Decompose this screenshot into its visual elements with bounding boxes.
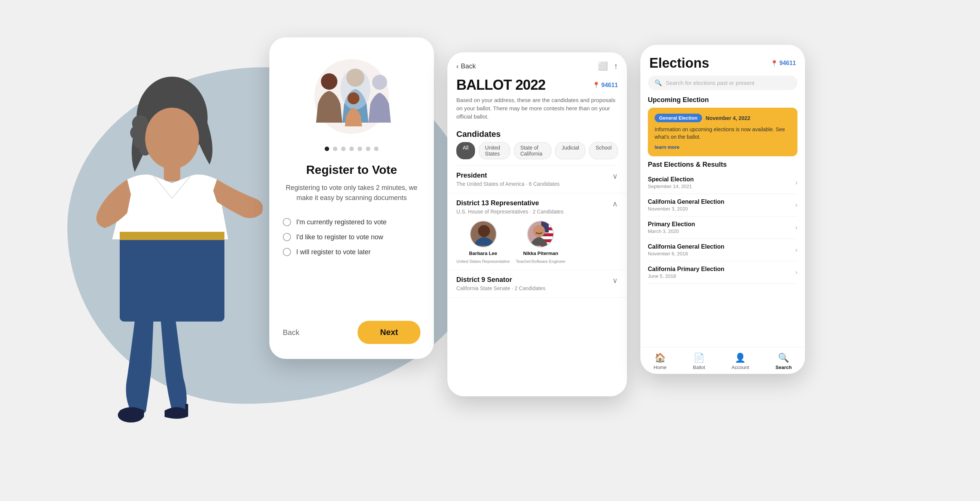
back-button[interactable]: Back xyxy=(283,328,299,337)
phone-elections: Elections 📍 94611 🔍 Search for elections… xyxy=(640,45,805,374)
ballot-description: Based on your address, these are the can… xyxy=(447,96,627,126)
scene: Register to Vote Registering to vote onl… xyxy=(0,0,980,501)
dot-7 xyxy=(374,146,379,151)
dot-6 xyxy=(366,146,370,151)
filter-chips: All United States State of California Ju… xyxy=(447,142,627,165)
election-item-ca-general-2018-chevron-icon: › xyxy=(795,246,797,254)
election-item-ca-general-2020-info: California General Election November 3, … xyxy=(648,199,724,212)
bottom-nav: 🏠 Home 📄 Ballot 👤 Account 🔍 Search xyxy=(640,347,805,374)
president-race-name: President xyxy=(457,172,560,180)
register-title: Register to Vote xyxy=(306,163,397,177)
ballot-back-button[interactable]: ‹ Back xyxy=(457,62,476,70)
nikka-piterman-avatar xyxy=(527,221,554,248)
dot-4 xyxy=(349,146,354,151)
election-item-special-chevron-icon: › xyxy=(795,179,797,186)
nav-search[interactable]: 🔍 Search xyxy=(775,353,791,370)
chip-united-states[interactable]: United States xyxy=(479,142,510,159)
svg-point-12 xyxy=(321,73,337,90)
radio-options: I'm currently registered to vote I'd lik… xyxy=(283,218,420,256)
calendar-icon[interactable]: ⬜ xyxy=(598,61,608,71)
chip-judicial[interactable]: Judicial xyxy=(555,142,585,159)
nav-ballot[interactable]: 📄 Ballot xyxy=(693,353,705,370)
candidates-section-title: Candidates xyxy=(447,126,627,142)
election-item-ca-primary-2018[interactable]: California Primary Election June 5, 2018… xyxy=(648,261,797,284)
race-district9-header: District 9 Senator California State Sena… xyxy=(457,276,618,291)
elections-search-bar[interactable]: 🔍 Search for elections past or present xyxy=(648,76,797,90)
elections-location: 📍 94611 xyxy=(770,60,796,67)
dot-1 xyxy=(325,146,329,151)
upcoming-election-date: November 4, 2022 xyxy=(706,115,750,121)
phone-register: Register to Vote Registering to vote onl… xyxy=(269,37,434,359)
account-icon: 👤 xyxy=(735,353,746,363)
district9-race-name: District 9 Senator xyxy=(457,276,546,284)
election-item-primary-2020-info: Primary Election March 3, 2020 xyxy=(648,221,695,234)
nikka-piterman-name: Nikka Piterman xyxy=(523,250,558,256)
register-subtitle: Registering to vote only takes 2 minutes… xyxy=(283,183,420,203)
search-placeholder: Search for elections past or present xyxy=(666,80,754,86)
phones-container: Register to Vote Registering to vote onl… xyxy=(269,37,805,396)
past-elections-section: Past Elections & Results Special Electio… xyxy=(640,161,805,347)
nav-account[interactable]: 👤 Account xyxy=(732,353,749,370)
radio-circle-1 xyxy=(283,218,291,226)
dot-5 xyxy=(358,146,362,151)
upcoming-label: Upcoming Election xyxy=(648,96,797,104)
race-district9[interactable]: District 9 Senator California State Sena… xyxy=(447,270,627,297)
elections-location-pin-icon: 📍 xyxy=(770,60,778,67)
district9-chevron-icon: ∨ xyxy=(612,276,618,285)
election-item-ca-primary-2018-chevron-icon: › xyxy=(795,269,797,276)
race-district13-header[interactable]: District 13 Representative U.S. House of… xyxy=(457,199,618,215)
candidates-row: Barbara Lee United States Representative xyxy=(457,221,618,264)
learn-more-link[interactable]: learn more xyxy=(655,144,679,150)
ballot-nav-bar: ‹ Back ⬜ ↑ xyxy=(447,52,627,71)
button-row: Back Next xyxy=(283,321,420,344)
svg-rect-6 xyxy=(164,163,180,181)
next-button[interactable]: Next xyxy=(358,321,420,344)
chip-california[interactable]: State of California xyxy=(514,142,552,159)
candidate-nikka-piterman[interactable]: Nikka Piterman Teacher/Software Engineer xyxy=(516,221,566,264)
election-item-ca-general-2020[interactable]: California General Election November 3, … xyxy=(648,194,797,216)
svg-rect-23 xyxy=(541,236,554,239)
president-race-sub: The United States of America · 6 Candida… xyxy=(457,181,560,187)
upcoming-section: Upcoming Election General Election Novem… xyxy=(640,96,805,161)
race-president[interactable]: President The United States of America ·… xyxy=(447,165,627,193)
race-president-header: President The United States of America ·… xyxy=(457,172,618,187)
svg-point-15 xyxy=(372,75,387,90)
barbara-lee-avatar xyxy=(470,221,497,248)
svg-rect-8 xyxy=(120,232,224,240)
district13-race-name: District 13 Representative xyxy=(457,199,563,207)
upcoming-tag-row: General Election November 4, 2022 xyxy=(655,114,791,122)
ballot-icon: 📄 xyxy=(694,353,705,363)
upcoming-description: Information on upcoming elections is now… xyxy=(655,126,791,141)
election-item-primary-2020-chevron-icon: › xyxy=(795,224,797,231)
race-district9-info: District 9 Senator California State Sena… xyxy=(457,276,546,291)
chip-school[interactable]: School xyxy=(589,142,618,159)
candidate-barbara-lee[interactable]: Barbara Lee United States Representative xyxy=(457,221,510,264)
elections-header: Elections 📍 94611 xyxy=(640,45,805,76)
district9-race-sub: California State Senate · 2 Candidates xyxy=(457,285,546,291)
radio-circle-3 xyxy=(283,248,291,256)
svg-point-26 xyxy=(533,225,545,237)
radio-option-2[interactable]: I'd like to register to vote now xyxy=(283,233,420,241)
election-item-ca-general-2018[interactable]: California General Election November 6, … xyxy=(648,239,797,261)
race-district13-info: District 13 Representative U.S. House of… xyxy=(457,199,563,215)
past-elections-label: Past Elections & Results xyxy=(648,161,797,169)
election-item-primary-2020[interactable]: Primary Election March 3, 2020 › xyxy=(648,216,797,239)
search-icon: 🔍 xyxy=(655,79,662,86)
ballot-title-row: BALLOT 2022 📍 94611 xyxy=(447,71,627,96)
location-pin-icon: 📍 xyxy=(592,81,600,89)
election-type-tag: General Election xyxy=(655,114,702,122)
home-icon: 🏠 xyxy=(655,353,666,363)
phone-ballot: ‹ Back ⬜ ↑ BALLOT 2022 📍 94611 Based on … xyxy=(447,52,627,396)
upcoming-card: General Election November 4, 2022 Inform… xyxy=(648,108,797,156)
search-nav-icon: 🔍 xyxy=(778,353,789,363)
election-item-special[interactable]: Special Election September 14, 2021 › xyxy=(648,172,797,194)
svg-point-18 xyxy=(478,225,490,237)
radio-option-1[interactable]: I'm currently registered to vote xyxy=(283,218,420,226)
svg-rect-10 xyxy=(185,404,188,417)
radio-option-3[interactable]: I will register to vote later xyxy=(283,248,420,256)
woman-illustration xyxy=(45,52,299,426)
nav-home[interactable]: 🏠 Home xyxy=(654,353,667,370)
share-icon[interactable]: ↑ xyxy=(614,61,618,71)
radio-circle-2 xyxy=(283,233,291,241)
chip-all[interactable]: All xyxy=(457,142,475,159)
